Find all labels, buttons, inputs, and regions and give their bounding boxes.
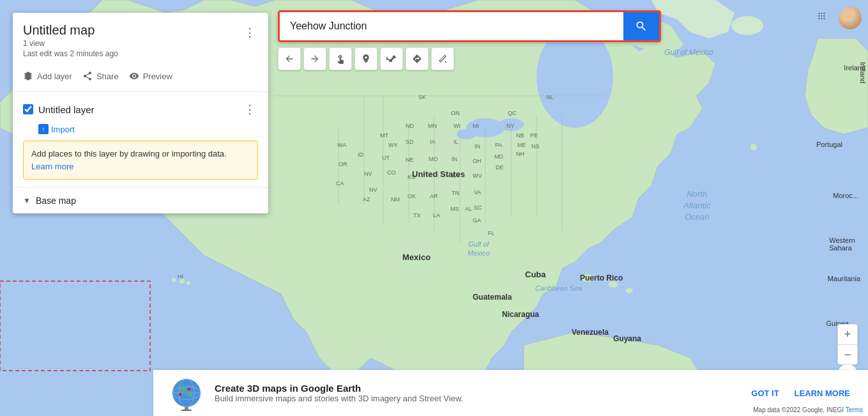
search-icon — [635, 20, 648, 33]
svg-text:AL: AL — [465, 206, 472, 212]
forward-icon — [310, 54, 320, 64]
measure-button[interactable] — [431, 47, 454, 70]
layer-title: Untitled layer — [38, 104, 95, 115]
svg-point-8 — [608, 281, 618, 288]
measure-icon — [438, 54, 448, 64]
view-count: 1 view — [23, 39, 118, 48]
svg-rect-88 — [185, 407, 188, 410]
terms-link[interactable]: Terms — [846, 406, 863, 413]
directions-button[interactable] — [406, 47, 429, 70]
ireland-text: Ireland — [844, 64, 865, 72]
marker-button[interactable] — [354, 47, 377, 70]
learn-more-link[interactable]: Learn more — [31, 162, 73, 171]
svg-text:TX: TX — [413, 212, 421, 219]
svg-point-86 — [179, 386, 186, 392]
svg-text:SK: SK — [418, 94, 426, 100]
draw-line-icon — [386, 54, 397, 64]
svg-text:OK: OK — [407, 193, 416, 199]
svg-text:LA: LA — [433, 212, 440, 219]
sidebar-header: Untitled map 1 view Last edit was 2 minu… — [13, 13, 268, 63]
promo-subtitle: Build immersive maps and stories with 3D… — [215, 394, 738, 403]
svg-point-13 — [750, 144, 757, 150]
search-input[interactable] — [280, 12, 623, 40]
svg-text:IN: IN — [452, 156, 457, 162]
user-avatar[interactable] — [839, 6, 862, 29]
svg-point-10 — [731, 16, 763, 35]
back-button[interactable] — [278, 47, 301, 70]
svg-text:PA: PA — [495, 142, 502, 148]
svg-text:IA: IA — [430, 139, 436, 145]
svg-text:DE: DE — [496, 164, 504, 171]
layer-checkbox[interactable] — [23, 104, 33, 114]
svg-text:MO: MO — [429, 156, 438, 162]
apps-grid-icon[interactable] — [816, 9, 831, 27]
svg-text:WA: WA — [337, 142, 346, 148]
info-text: Add places to this layer by drawing or i… — [31, 149, 227, 158]
pan-button[interactable] — [329, 47, 352, 70]
svg-text:NH: NH — [516, 151, 524, 157]
svg-text:WY: WY — [388, 142, 398, 148]
svg-point-6 — [505, 267, 556, 282]
import-link[interactable]: ↑ Import — [38, 124, 258, 134]
preview-button[interactable]: Preview — [129, 68, 172, 84]
svg-point-7 — [581, 274, 594, 282]
share-label: Share — [96, 72, 119, 81]
sidebar: Untitled map 1 view Last edit was 2 minu… — [13, 13, 268, 213]
pan-icon — [335, 54, 346, 64]
svg-text:QC: QC — [508, 110, 517, 116]
svg-point-3 — [457, 129, 476, 139]
add-layer-button[interactable]: Add layer — [23, 68, 72, 84]
sidebar-actions: Add layer Share Preview — [13, 63, 268, 92]
sidebar-menu-button[interactable]: ⋮ — [241, 23, 258, 42]
svg-text:UT: UT — [382, 155, 390, 161]
chevron-down-icon: ▼ — [23, 196, 31, 205]
svg-text:OH: OH — [473, 158, 482, 164]
region-western-sahara: WesternSahara — [829, 236, 855, 252]
sidebar-title-area: Untitled map 1 view Last edit was 2 minu… — [23, 23, 118, 58]
svg-point-16 — [172, 278, 176, 282]
svg-text:CA: CA — [336, 180, 344, 187]
add-layer-label: Add layer — [37, 72, 72, 81]
svg-text:MS: MS — [450, 206, 459, 212]
base-map-title: Base map — [36, 196, 76, 206]
layer-menu-button[interactable]: ⋮ — [241, 100, 258, 119]
got-it-button[interactable]: GOT IT — [749, 383, 781, 403]
layer-header: Untitled layer ⋮ — [23, 100, 258, 119]
top-right-controls — [816, 6, 862, 29]
svg-text:NS: NS — [531, 143, 540, 150]
layer-section: Untitled layer ⋮ ↑ Import Add places to … — [13, 92, 268, 187]
last-edit: Last edit was 2 minutes ago — [23, 49, 118, 58]
preview-icon — [129, 71, 139, 81]
promo-text: Create 3D maps in Google Earth Build imm… — [215, 383, 738, 403]
base-map-section[interactable]: ▼ Base map — [13, 187, 268, 213]
svg-text:WI: WI — [453, 123, 461, 129]
svg-point-90 — [179, 393, 181, 396]
draw-line-button[interactable] — [380, 47, 403, 70]
zoom-out-button[interactable]: − — [837, 344, 858, 365]
svg-text:MT: MT — [380, 132, 388, 139]
svg-text:GA: GA — [473, 217, 481, 224]
region-portugal: Portugal — [816, 141, 842, 148]
learn-more-button[interactable]: LEARN MORE — [792, 383, 853, 403]
share-button[interactable]: Share — [82, 68, 119, 84]
add-layer-icon — [23, 71, 33, 81]
svg-text:FL: FL — [488, 230, 495, 236]
svg-text:NL: NL — [546, 94, 554, 100]
svg-text:PE: PE — [530, 132, 538, 139]
svg-text:NB: NB — [516, 132, 524, 139]
import-icon: ↑ — [38, 124, 49, 134]
share-icon — [82, 71, 93, 81]
svg-text:NV: NV — [364, 171, 372, 177]
search-button[interactable] — [623, 12, 659, 40]
svg-point-5 — [664, 83, 690, 115]
svg-text:MI: MI — [473, 123, 479, 129]
zoom-in-button[interactable]: + — [837, 324, 858, 344]
forward-button[interactable] — [303, 47, 326, 70]
svg-text:HI: HI — [178, 273, 183, 280]
svg-text:MN: MN — [428, 123, 437, 129]
svg-point-15 — [187, 281, 190, 285]
svg-text:MD: MD — [494, 153, 503, 160]
layer-title-row: Untitled layer — [23, 104, 95, 115]
directions-icon — [412, 54, 422, 64]
promo-globe-icon — [169, 375, 204, 411]
